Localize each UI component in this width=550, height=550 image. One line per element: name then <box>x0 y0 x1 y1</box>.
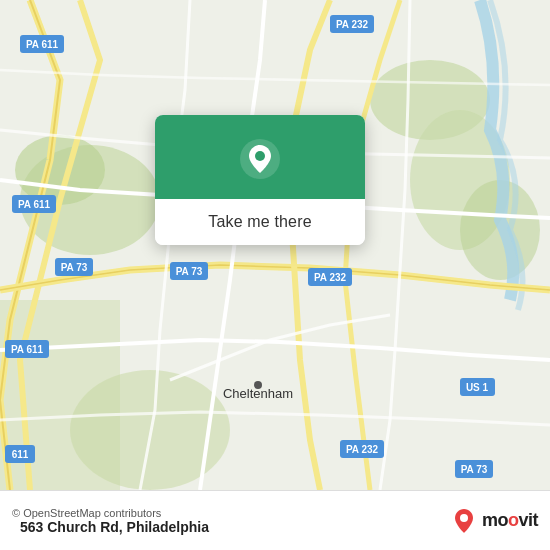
popup-green-section <box>155 115 365 199</box>
svg-text:PA 232: PA 232 <box>336 19 369 30</box>
svg-text:PA 232: PA 232 <box>314 272 347 283</box>
take-me-there-button[interactable]: Take me there <box>155 199 365 245</box>
bottom-bar: © OpenStreetMap contributors 563 Church … <box>0 490 550 550</box>
svg-point-33 <box>255 151 265 161</box>
svg-text:PA 611: PA 611 <box>26 39 59 50</box>
moovit-pin-icon <box>450 507 478 535</box>
address-text: 563 Church Rd, Philadelphia <box>20 519 209 535</box>
location-pin-icon <box>238 137 282 181</box>
map-svg: PA 611 PA 611 PA 611 PA 232 PA 232 PA 23… <box>0 0 550 490</box>
moovit-brand-name: moovit <box>482 510 538 531</box>
svg-text:PA 73: PA 73 <box>461 464 488 475</box>
svg-text:PA 73: PA 73 <box>61 262 88 273</box>
svg-point-31 <box>254 381 262 389</box>
svg-text:611: 611 <box>12 449 29 460</box>
attribution-text: © OpenStreetMap contributors <box>12 507 209 519</box>
svg-text:US 1: US 1 <box>466 382 489 393</box>
map-container[interactable]: PA 611 PA 611 PA 611 PA 232 PA 232 PA 23… <box>0 0 550 490</box>
svg-text:PA 611: PA 611 <box>18 199 51 210</box>
popup-card: Take me there <box>155 115 365 245</box>
svg-point-34 <box>460 514 468 522</box>
svg-text:PA 611: PA 611 <box>11 344 44 355</box>
svg-text:PA 73: PA 73 <box>176 266 203 277</box>
bottom-left-section: © OpenStreetMap contributors 563 Church … <box>12 507 209 535</box>
svg-text:PA 232: PA 232 <box>346 444 379 455</box>
moovit-logo: moovit <box>450 507 538 535</box>
